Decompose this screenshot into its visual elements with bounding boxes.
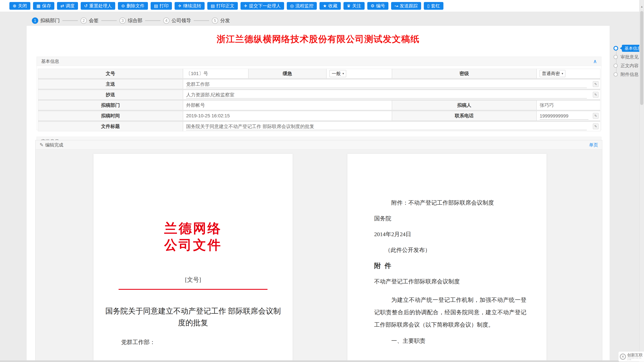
reset-handler-button[interactable]: ↺重置处理人 [81,2,115,10]
anchor-dot [614,72,618,77]
section-title: 基本信息 [41,58,593,64]
step-company-leaders[interactable]: 4公司领导 [163,17,191,24]
workflow-stepper: 1拟稿部门 2会签 3综合部 4公司领导 5分发 [32,17,230,24]
secrecy-cell: 普通商密▾ [536,69,600,78]
send-track-label: 发送跟踪 [400,3,418,9]
copy-to-label: 抄送 [38,90,183,99]
target-icon: ◎ [290,4,294,8]
document-edit-icon: ✎ [40,142,44,148]
date-line: 2014年2月24日 [374,231,526,238]
scrollbar-thumb[interactable] [640,11,643,105]
step-number: 5 [212,17,218,24]
delete-file-button[interactable]: ⊖删除文件 [118,2,148,10]
doc-title-input[interactable]: 国务院关于同意建立不动产登记工作 部际联席会议制度的批复 [186,123,587,130]
anchor-dot [614,55,618,59]
step-label: 公司领导 [172,17,191,24]
step-general-office[interactable]: 3综合部 [120,17,142,24]
step-number: 4 [163,17,170,24]
step-label: 综合部 [128,17,142,24]
step-label: 分发 [220,17,230,24]
print-button[interactable]: ▤打印 [150,2,172,10]
body-paragraph: 为建立不动产统一登记工作机制，加强不动产统一登记职责整合后的协调配合，经国务院同… [374,294,526,331]
step-countersign[interactable]: 2会签 [80,17,98,24]
copy-to-field[interactable]: 人力资源部,纪检监察室 ✎ [183,90,600,99]
red-header-org: 兰德网络 公司文件 [94,220,293,253]
anchor-label: 正文内容 [620,63,639,69]
edit-done-status[interactable]: ✎ 编辑完成 [40,142,589,148]
follow-button[interactable]: ♛关注 [344,2,364,10]
draft-time-value: 2019-10-25 16:02:15 [183,111,392,121]
close-button[interactable]: ⊗关闭 [10,2,30,10]
star-icon: ★ [323,4,327,8]
chevron-down-icon: ▾ [562,72,563,75]
reset-handler-label: 重置处理人 [89,3,112,9]
doc-title-field[interactable]: 国务院关于同意建立不动产登记工作 部际联席会议制度的批复 ✎ [183,121,600,131]
body-viewer-toolbar: ✎ 编辑完成 单页 [36,140,602,150]
secrecy-select[interactable]: 普通商密▾ [540,70,565,77]
issuer-line: 国务院 [374,215,526,222]
phone-field[interactable]: 19999999999 ✎ [536,111,600,121]
document-page-1: 兰德网络 公司文件 [文号] 国务院关于同意建立不动产登记工作 部际联席会议制度… [94,154,293,361]
save-icon: ▦ [36,4,40,8]
main-to-field[interactable]: 党群工作部 ✎ [183,79,600,89]
continue-flow-button[interactable]: ✈继续流转 [174,2,204,10]
section-one-heading: 一、主要职责 [391,337,526,345]
section-basic-info-header[interactable]: 基本信息 ∧ [37,57,601,66]
submit-next-handler-label: 提交下一处理人 [249,3,281,9]
draft-time-label: 拟稿时间 [38,111,183,121]
flow-monitor-button[interactable]: ◎流程监控 [287,2,317,10]
print-body-button[interactable]: ▤打印正文 [207,2,238,10]
wrench-icon: ⚙ [371,4,374,8]
urgency-select[interactable]: 一般▾ [330,70,346,77]
favorite-button[interactable]: ★收藏 [320,2,340,10]
main-to-input[interactable]: 党群工作部 [186,81,587,88]
numbering-button[interactable]: ⚙编号 [367,2,388,10]
edit-icon[interactable]: ✎ [593,81,598,87]
step-number: 3 [120,17,126,24]
watermark-subtext: CHUANG XIN HU LIAN [627,357,644,361]
edit-icon[interactable]: ✎ [593,123,598,129]
favorite-label: 收藏 [328,3,338,9]
draft-dept-label: 拟稿部门 [38,100,183,110]
document-page-2: 附件：不动产登记工作部际联席会议制度 国务院 2014年2月24日 （此件公开发… [347,154,546,361]
send-track-button[interactable]: ↝发送跟踪 [391,2,421,10]
document-icon: ▯ [427,4,430,8]
document-title: 国务院关于同意建立不动产登记工作 部际联席会议制度的批复 [105,305,281,329]
step-connector [101,20,117,21]
edit-icon[interactable]: ✎ [593,92,598,97]
flow-monitor-label: 流程监控 [295,3,314,9]
watermark-logo-icon: ✕ [620,354,626,360]
printer-icon: ▤ [154,4,158,8]
submit-next-handler-button[interactable]: ✈提交下一处理人 [240,2,284,10]
dispatch-button[interactable]: ⇄调度 [57,2,78,10]
step-distribution[interactable]: 5分发 [212,17,230,24]
collapse-chevron-icon[interactable]: ∧ [593,59,597,64]
copy-to-input[interactable]: 人力资源部,纪检监察室 [186,91,587,98]
numbering-label: 编号 [376,3,385,9]
share-icon: ↝ [394,4,398,8]
step-connector [62,20,78,21]
step-draft-dept[interactable]: 1拟稿部门 [32,17,60,24]
publish-note: （此件公开发布） [385,247,526,254]
scroll-up-icon[interactable]: ▲ [640,5,644,8]
red-header-label: 套红 [431,3,440,9]
anchor-label: 附件信息 [620,71,639,77]
phone-input[interactable]: 19999999999 [540,112,588,120]
step-label: 拟稿部门 [40,17,60,24]
save-button-label: 保存 [42,3,51,9]
red-header-button[interactable]: ▯套红 [424,2,444,10]
dispatch-icon: ⇄ [60,4,64,8]
step-label: 会签 [89,17,98,24]
vertical-scrollbar[interactable]: ▲ [639,0,644,360]
anchor-dot [614,63,618,68]
single-page-link[interactable]: 单页 [589,142,598,148]
save-button[interactable]: ▦保存 [33,2,54,10]
print-button-label: 打印 [160,3,168,9]
edit-icon[interactable]: ✎ [593,113,598,119]
doc-title-label: 文件标题 [38,121,183,131]
page-title: 浙江兰德纵横网络技术股份有限公司测试发文稿纸 [27,33,610,45]
doc-no-value: 〔101〕号 [183,69,248,78]
printer-icon: ▤ [211,4,215,8]
close-icon: ⊗ [13,4,16,8]
horizontal-scrollbar[interactable] [0,360,639,362]
